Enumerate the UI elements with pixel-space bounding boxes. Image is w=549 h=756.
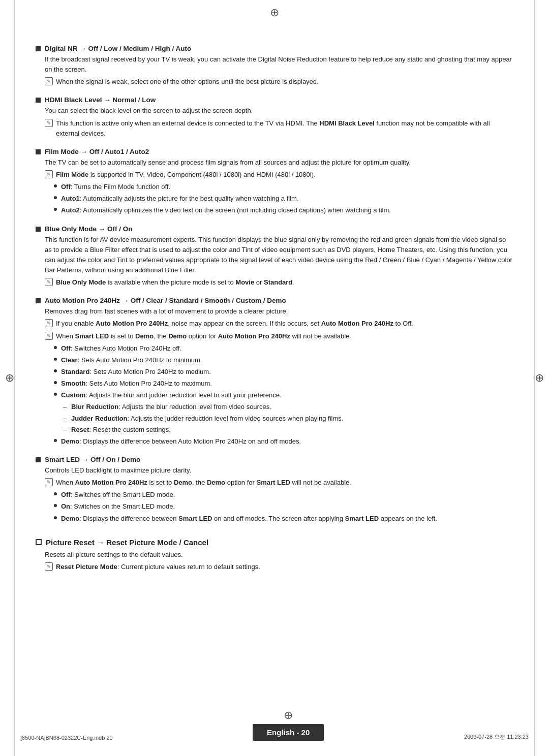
footer-right-text: 2009-07-28 오전 11:23:23 bbox=[464, 733, 529, 741]
auto-motion-note2-text: When Smart LED is set to Demo, the Demo … bbox=[56, 331, 513, 341]
sub-bullet-text: Blur Reduction: Adjusts the blur reducti… bbox=[71, 402, 513, 412]
square-bullet bbox=[36, 98, 41, 103]
footer-center: ⊕ English - 20 bbox=[253, 709, 324, 741]
auto-motion-demo-bullet: Demo: Displays the difference between Au… bbox=[36, 436, 513, 447]
bullet-dot bbox=[54, 196, 57, 199]
footer: [8500-NA]BN68-02322C-Eng.indb 20 ⊕ Engli… bbox=[0, 709, 549, 741]
bullet-dot bbox=[54, 439, 57, 442]
auto-motion-bullets: Off: Switches Auto Motion Pro 240Hz off.… bbox=[36, 343, 513, 401]
list-item: Standard: Sets Auto Motion Pro 240Hz to … bbox=[54, 367, 513, 377]
film-mode-bullets: Off: Turns the Film Mode function off. A… bbox=[36, 182, 513, 215]
bullet-dot bbox=[54, 184, 57, 187]
footer-left-text: [8500-NA]BN68-02322C-Eng.indb 20 bbox=[20, 735, 113, 741]
square-bullet bbox=[36, 227, 41, 232]
smart-led-heading-text: Smart LED → Off / On / Demo bbox=[45, 456, 140, 463]
auto-motion-sub-bullets: – Blur Reduction: Adjusts the blur reduc… bbox=[36, 402, 513, 434]
digital-nr-heading-text: Digital NR → Off / Low / Medium / High /… bbox=[45, 45, 191, 52]
note-icon bbox=[45, 319, 53, 327]
bullet-dot bbox=[54, 358, 57, 361]
crosshair-bottom: ⊕ bbox=[284, 709, 293, 722]
bullet-dot bbox=[54, 208, 57, 211]
list-item: Off: Switches Auto Motion Pro 240Hz off. bbox=[54, 343, 513, 354]
picture-reset-heading-text: Picture Reset → Reset Picture Mode / Can… bbox=[46, 538, 208, 547]
sub-bullet-text: Reset: Reset the custom settings. bbox=[71, 425, 513, 435]
picture-reset-heading: Picture Reset → Reset Picture Mode / Can… bbox=[36, 538, 513, 547]
blue-only-heading: Blue Only Mode → Off / On bbox=[36, 225, 513, 233]
hdmi-black-note1-text: This function is active only when an ext… bbox=[56, 118, 513, 139]
bullet-text: Off: Switches off the Smart LED mode. bbox=[61, 490, 513, 500]
digital-nr-note1: When the signal is weak, select one of t… bbox=[45, 77, 513, 87]
bullet-text: Standard: Sets Auto Motion Pro 240Hz to … bbox=[61, 367, 513, 377]
sub-bullet-dash: – bbox=[63, 414, 68, 424]
list-item: – Blur Reduction: Adjusts the blur reduc… bbox=[63, 402, 513, 412]
auto-motion-note1-text: If you enable Auto Motion Pro 240Hz, noi… bbox=[56, 319, 513, 329]
square-bullet bbox=[36, 46, 41, 51]
list-item: Smooth: Sets Auto Motion Pro 240Hz to ma… bbox=[54, 379, 513, 389]
sub-bullet-dash: – bbox=[63, 425, 68, 435]
note-icon bbox=[45, 332, 53, 340]
bullet-text: Custom: Adjusts the blur and judder redu… bbox=[61, 390, 513, 400]
blue-only-heading-text: Blue Only Mode → Off / On bbox=[45, 225, 133, 233]
list-item: Auto2: Automatically optimizes the video… bbox=[54, 205, 513, 215]
hdmi-black-note1: This function is active only when an ext… bbox=[45, 118, 513, 139]
digital-nr-note1-text: When the signal is weak, select one of t… bbox=[56, 77, 513, 87]
smart-led-heading: Smart LED → Off / On / Demo bbox=[36, 456, 513, 463]
bullet-text: Smooth: Sets Auto Motion Pro 240Hz to ma… bbox=[61, 379, 513, 389]
sub-bullet-text: Judder Reduction: Adjusts the judder red… bbox=[71, 414, 513, 424]
list-item: – Reset: Reset the custom settings. bbox=[63, 425, 513, 435]
blue-only-body: This function is for AV device measureme… bbox=[36, 235, 513, 276]
square-bullet bbox=[36, 457, 41, 462]
auto-motion-note2: When Smart LED is set to Demo, the Demo … bbox=[45, 331, 513, 341]
crosshair-top: ⊕ bbox=[270, 6, 279, 19]
bullet-dot bbox=[54, 504, 57, 507]
note-icon bbox=[45, 77, 53, 85]
smart-led-note1-text: When Auto Motion Pro 240Hz is set to Dem… bbox=[56, 478, 513, 488]
list-item: Off: Turns the Film Mode function off. bbox=[54, 182, 513, 192]
picture-reset-note1-text: Reset Picture Mode: Current picture valu… bbox=[56, 562, 513, 572]
blue-only-note1: Blue Only Mode is available when the pic… bbox=[45, 277, 513, 288]
picture-reset-note1: Reset Picture Mode: Current picture valu… bbox=[45, 562, 513, 572]
film-mode-heading-text: Film Mode → Off / Auto1 / Auto2 bbox=[45, 148, 149, 155]
bullet-text: Off: Switches Auto Motion Pro 240Hz off. bbox=[61, 343, 513, 354]
film-mode-heading: Film Mode → Off / Auto1 / Auto2 bbox=[36, 148, 513, 155]
list-item: Auto1: Automatically adjusts the picture… bbox=[54, 194, 513, 204]
auto-motion-heading: Auto Motion Pro 240Hz → Off / Clear / St… bbox=[36, 297, 513, 304]
list-item: Demo: Displays the difference between Au… bbox=[54, 436, 513, 447]
digital-nr-heading: Digital NR → Off / Low / Medium / High /… bbox=[36, 45, 513, 52]
bullet-text: On: Switches on the Smart LED mode. bbox=[61, 501, 513, 512]
hdmi-black-body: You can select the black level on the sc… bbox=[36, 106, 513, 116]
note-icon bbox=[45, 478, 53, 486]
list-item: Custom: Adjusts the blur and judder redu… bbox=[54, 390, 513, 400]
square-bullet bbox=[36, 298, 41, 303]
note-icon bbox=[45, 119, 53, 127]
smart-led-bullets: Off: Switches off the Smart LED mode. On… bbox=[36, 490, 513, 523]
bullet-dot bbox=[54, 346, 57, 349]
page: ⊕ ⊕ ⊕ Digital NR → Off / Low / Medium / … bbox=[0, 0, 549, 756]
margin-line-left bbox=[14, 0, 15, 756]
bullet-text: Auto1: Automatically adjusts the picture… bbox=[61, 194, 513, 204]
bullet-dot bbox=[54, 381, 57, 384]
bullet-text: Clear: Sets Auto Motion Pro 240Hz to min… bbox=[61, 355, 513, 365]
list-item: Off: Switches off the Smart LED mode. bbox=[54, 490, 513, 500]
bullet-dot bbox=[54, 492, 57, 495]
main-content: Digital NR → Off / Low / Medium / High /… bbox=[36, 15, 513, 572]
blue-only-note1-text: Blue Only Mode is available when the pic… bbox=[56, 277, 513, 288]
bullet-dot bbox=[54, 516, 57, 519]
bullet-text: Demo: Displays the difference between Au… bbox=[61, 436, 513, 447]
bullet-text: Demo: Displays the difference between Sm… bbox=[61, 514, 513, 524]
bullet-dot bbox=[54, 369, 57, 372]
crosshair-left: ⊕ bbox=[5, 371, 14, 385]
film-mode-note1-text: Film Mode is supported in TV, Video, Com… bbox=[56, 170, 513, 180]
list-item: Clear: Sets Auto Motion Pro 240Hz to min… bbox=[54, 355, 513, 365]
square-bullet bbox=[36, 149, 41, 154]
smart-led-body: Controls LED backlight to maximize pictu… bbox=[36, 465, 513, 476]
list-item: Demo: Displays the difference between Sm… bbox=[54, 514, 513, 524]
film-mode-note1: Film Mode is supported in TV, Video, Com… bbox=[45, 170, 513, 180]
auto-motion-heading-text: Auto Motion Pro 240Hz → Off / Clear / St… bbox=[45, 297, 286, 304]
auto-motion-body: Removes drag from fast scenes with a lot… bbox=[36, 306, 513, 317]
auto-motion-note1: If you enable Auto Motion Pro 240Hz, noi… bbox=[45, 319, 513, 329]
list-item: On: Switches on the Smart LED mode. bbox=[54, 501, 513, 512]
page-badge: English - 20 bbox=[253, 724, 324, 741]
picture-reset-body: Resets all picture settings to the defau… bbox=[36, 550, 513, 560]
bullet-dot bbox=[54, 393, 57, 396]
